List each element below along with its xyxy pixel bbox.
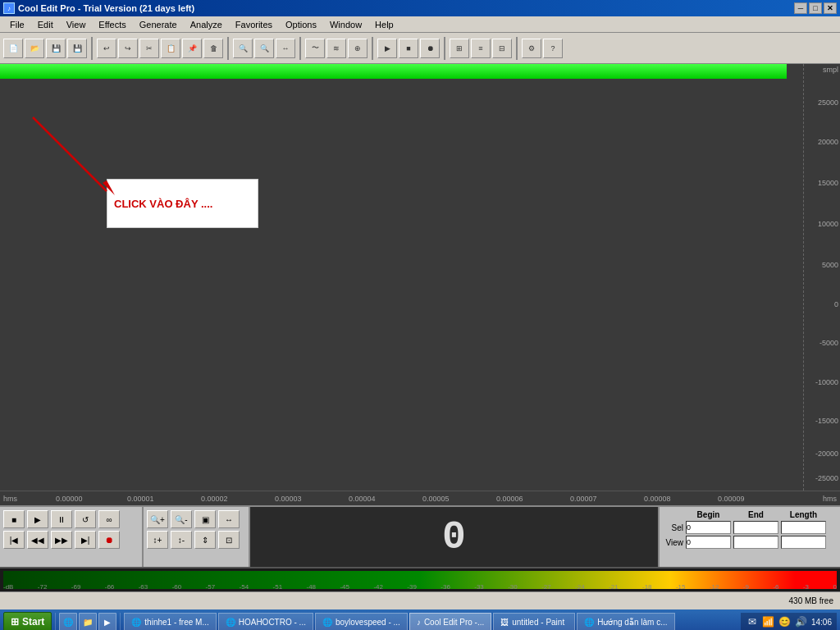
toolbar-sep-2: [227, 37, 229, 60]
rewind-button[interactable]: ◀◀: [27, 531, 48, 549]
ruler-3: 0.00003: [275, 495, 302, 503]
paint-icon: 🖼: [500, 618, 509, 627]
zoom-sel-button[interactable]: ▣: [194, 510, 216, 528]
zoom-out-h-button[interactable]: 🔍-: [171, 510, 192, 528]
menu-item-options[interactable]: Options: [279, 18, 323, 31]
taskbar-app-thinhe1[interactable]: 🌐 thinhe1 - free M...: [124, 613, 216, 630]
tb-zoom-out[interactable]: 🔍: [254, 39, 274, 58]
tb-cut[interactable]: ✂: [139, 39, 159, 58]
boylovespeed-icon: 🌐: [322, 618, 332, 627]
go-start-button[interactable]: |◀: [3, 531, 25, 549]
ruler-6: 0.00006: [496, 495, 523, 503]
tb-delete[interactable]: 🗑: [203, 39, 223, 58]
waveform-container[interactable]: CLICK VÀO ĐÂY ....: [0, 64, 803, 491]
tb-zoom-all[interactable]: ↔: [276, 39, 295, 58]
menu-item-edit[interactable]: Edit: [31, 18, 60, 31]
annotation-box[interactable]: CLICK VÀO ĐÂY ....: [107, 179, 258, 228]
tb-zoom-in[interactable]: 🔍: [233, 39, 253, 58]
start-button[interactable]: ⊞ Start: [3, 612, 52, 630]
zoom-out-v-button[interactable]: ↕-: [171, 531, 192, 549]
title-bar-controls[interactable]: ─ □ ✕: [794, 2, 837, 14]
tb-stereo[interactable]: ⊟: [492, 39, 512, 58]
taskbar-folder-icon[interactable]: 📁: [79, 613, 97, 630]
hoahoctro-label: HOAHOCTRO - ...: [239, 618, 306, 627]
tray-network-icon[interactable]: 📶: [762, 615, 775, 628]
loop-button[interactable]: ↺: [75, 510, 96, 528]
taskbar-media-icon[interactable]: ▶: [98, 613, 116, 630]
close-button[interactable]: ✕: [824, 2, 837, 14]
scale-neg15000: -15000: [815, 417, 838, 425]
taskbar-sep2: [120, 613, 121, 630]
scale-36: -36: [441, 583, 450, 591]
huongdan-icon: 🌐: [584, 618, 594, 627]
inf-button[interactable]: ∞: [98, 510, 120, 528]
tb-save[interactable]: 💾: [46, 39, 66, 58]
cooledit-icon: ♪: [417, 618, 421, 627]
taskbar-app-huongdan[interactable]: 🌐 Hướng dẫn làm c...: [577, 613, 674, 630]
zoom-in-h-button[interactable]: 🔍+: [147, 510, 168, 528]
tray-volume-icon[interactable]: 🔊: [795, 615, 808, 628]
tb-phase[interactable]: ⊕: [348, 39, 368, 58]
tb-undo[interactable]: ↩: [97, 39, 116, 58]
stop-button[interactable]: ■: [3, 510, 25, 528]
view-end-input[interactable]: [733, 536, 778, 549]
menu-item-analyze[interactable]: Analyze: [184, 18, 229, 31]
menu-item-view[interactable]: View: [60, 18, 93, 31]
taskbar-app-boylovespeed[interactable]: 🌐 boylovespeed - ...: [315, 613, 408, 630]
minimize-button[interactable]: ─: [794, 2, 807, 14]
sel-end-input[interactable]: [733, 521, 778, 534]
tb-spectrum[interactable]: ≋: [326, 39, 346, 58]
view-length-input[interactable]: [781, 536, 826, 549]
tb-stop[interactable]: ■: [399, 39, 418, 58]
menu-item-generate[interactable]: Generate: [133, 18, 184, 31]
tb-save2[interactable]: 💾: [67, 39, 87, 58]
taskbar-ie-icon[interactable]: 🌐: [59, 613, 77, 630]
tray-mail-icon[interactable]: ✉: [746, 615, 759, 628]
paint-label: untitled - Paint: [512, 618, 564, 627]
zoom-in-v-button[interactable]: ↕+: [147, 531, 168, 549]
tb-redo[interactable]: ↪: [118, 39, 138, 58]
tb-mix[interactable]: ⊞: [450, 39, 469, 58]
tb-play[interactable]: ▶: [377, 39, 397, 58]
pause-button[interactable]: ⏸: [51, 510, 72, 528]
tb-settings2[interactable]: ?: [543, 39, 563, 58]
tb-open[interactable]: 📂: [25, 39, 44, 58]
start-icon: ⊞: [11, 616, 19, 628]
tb-waveform[interactable]: 〜: [305, 39, 325, 58]
taskbar-app-paint[interactable]: 🖼 untitled - Paint: [493, 613, 575, 630]
sel-length-input[interactable]: [781, 521, 826, 534]
sv-view-row: View: [663, 536, 837, 549]
taskbar-app-hoahoctro[interactable]: 🌐 HOAHOCTRO - ...: [218, 613, 313, 630]
view-begin-input[interactable]: [686, 536, 731, 549]
sel-begin-input[interactable]: [686, 521, 731, 534]
tb-paste[interactable]: 📌: [182, 39, 202, 58]
menu-item-window[interactable]: Window: [323, 18, 368, 31]
maximize-button[interactable]: □: [809, 2, 822, 14]
sel-view-panel: Begin End Length Sel View: [660, 507, 840, 567]
tb-new[interactable]: 📄: [3, 39, 23, 58]
play-button[interactable]: ▶: [27, 510, 48, 528]
thinhe1-label: thinhe1 - free M...: [144, 618, 208, 627]
tb-mono[interactable]: ≡: [471, 39, 491, 58]
taskbar-time: 14:06: [811, 618, 832, 627]
tray-chat-icon[interactable]: 😊: [778, 615, 792, 628]
zoom-fit-v-button[interactable]: ⇕: [194, 531, 216, 549]
record-button[interactable]: ⏺: [98, 531, 120, 549]
time-display: 0: [250, 507, 660, 567]
zoom-fit-v2-button[interactable]: ⊡: [218, 531, 240, 549]
sv-end-label: End: [733, 510, 778, 519]
menu-item-file[interactable]: File: [3, 18, 31, 31]
zoom-fit-button[interactable]: ↔: [218, 510, 240, 528]
annotation-text: CLICK VÀO ĐÂY ....: [114, 198, 212, 210]
tb-copy[interactable]: 📋: [161, 39, 180, 58]
ffwd-button[interactable]: ▶▶: [51, 531, 72, 549]
scale-60: -60: [172, 583, 182, 591]
go-end-button[interactable]: ▶|: [75, 531, 96, 549]
menu-item-favorites[interactable]: Favorites: [229, 18, 279, 31]
tb-record[interactable]: ⏺: [420, 39, 440, 58]
menu-item-help[interactable]: Help: [368, 18, 400, 31]
menu-item-effects[interactable]: Effects: [92, 18, 132, 31]
taskbar-app-cooledit[interactable]: ♪ Cool Edit Pro -...: [409, 613, 491, 630]
tb-settings1[interactable]: ⚙: [522, 39, 541, 58]
title-bar-text: Cool Edit Pro - Trial Version (21 days l…: [18, 3, 194, 13]
